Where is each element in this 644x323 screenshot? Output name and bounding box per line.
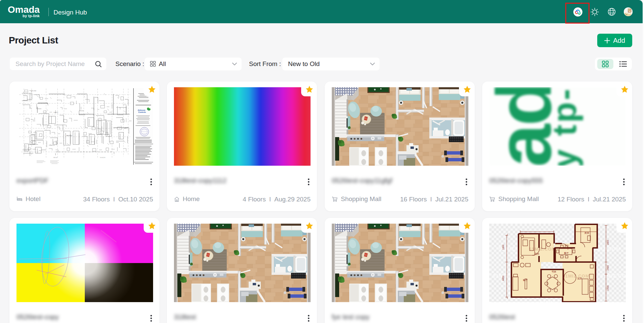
svg-text:y tp-l: y tp-l [545, 87, 583, 166]
